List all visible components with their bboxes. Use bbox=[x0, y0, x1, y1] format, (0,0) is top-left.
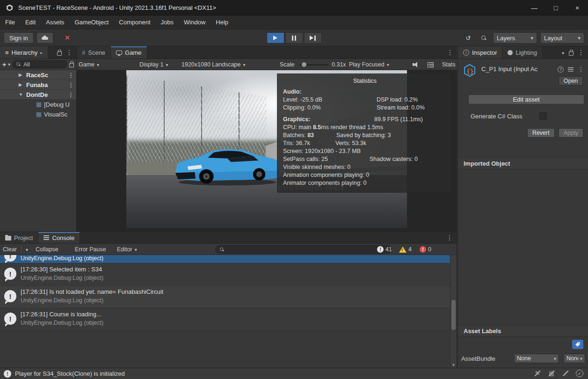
minimize-button[interactable]: — bbox=[523, 0, 545, 15]
layers-label: Layers bbox=[497, 35, 515, 42]
kebab-icon[interactable]: ⋮ bbox=[578, 66, 584, 73]
scrollbar-thumb[interactable] bbox=[451, 300, 456, 330]
edit-asset-button[interactable]: Edit asset bbox=[468, 95, 584, 104]
tab-console[interactable]: Console bbox=[38, 232, 80, 243]
collapse-arrow-icon[interactable]: ▶ bbox=[19, 82, 22, 87]
lock-icon[interactable] bbox=[569, 51, 573, 56]
display-dropdown[interactable]: Display 1▾ bbox=[139, 59, 168, 70]
menu-gameobject[interactable]: GameObject bbox=[69, 15, 114, 29]
resolution-dropdown[interactable]: 1920x1080 Landscape▾ bbox=[181, 59, 246, 70]
render-target-dropdown[interactable]: Game▾ bbox=[79, 59, 99, 70]
sign-in-button[interactable]: Sign in bbox=[4, 32, 34, 44]
clear-button[interactable]: Clear▾ bbox=[3, 244, 28, 255]
kebab-icon[interactable]: ⋮ bbox=[68, 91, 74, 98]
undo-history-button[interactable]: ↺ bbox=[462, 32, 474, 44]
menu-edit[interactable]: Edit bbox=[20, 15, 41, 29]
help-icon[interactable]: ? bbox=[558, 66, 564, 73]
menu-file[interactable]: File bbox=[0, 15, 20, 29]
assetbundle-dropdown[interactable]: None▾ bbox=[514, 354, 559, 363]
hierarchy-scene-row[interactable]: ▶ RaceSc ⋮ bbox=[0, 70, 76, 80]
menu-help[interactable]: Help bbox=[211, 15, 233, 29]
kebab-icon[interactable]: ⋮ bbox=[68, 81, 74, 88]
stats-cpu: CPU: main bbox=[283, 124, 313, 131]
play-button[interactable] bbox=[267, 32, 284, 44]
hierarchy-scene-row[interactable]: ▶ Funaba ⋮ bbox=[0, 80, 76, 90]
tab-scene[interactable]: # Scene bbox=[77, 46, 111, 58]
mute-audio-button[interactable] bbox=[413, 59, 419, 70]
slider-knob[interactable] bbox=[302, 62, 306, 67]
lock-icon[interactable] bbox=[57, 51, 62, 56]
assetbundle-variant-dropdown[interactable]: None▾ bbox=[564, 354, 585, 363]
pause-button[interactable] bbox=[285, 32, 303, 44]
revert-button[interactable]: Revert bbox=[527, 128, 555, 138]
scroll-down-arrow[interactable]: ▾ bbox=[450, 362, 457, 367]
log-entry[interactable]: ! [17:26:31] Is not loaded yet. name= Fu… bbox=[0, 286, 457, 308]
hierarchy-search-input[interactable] bbox=[23, 61, 64, 68]
tab-scroll-right-icon[interactable]: ▸ bbox=[562, 50, 565, 55]
console-search-input[interactable] bbox=[227, 246, 388, 253]
play-focused-dropdown[interactable]: Play Focused▾ bbox=[349, 59, 389, 70]
log-entry-selected[interactable]: ! UnityEngine.Debug:Log (object) bbox=[0, 255, 457, 263]
hierarchy-scene-row[interactable]: ▼ DontDe ⋮ bbox=[0, 90, 76, 100]
error-pause-toggle[interactable]: Error Pause bbox=[75, 244, 106, 255]
chevron-down-icon: ▾ bbox=[97, 62, 99, 67]
scale-slider[interactable] bbox=[299, 59, 328, 70]
kebab-icon[interactable]: ⋮ bbox=[66, 49, 73, 56]
warning-count-toggle[interactable]: 4 bbox=[395, 244, 415, 255]
cloud-services-button[interactable] bbox=[36, 32, 53, 44]
log-entry[interactable]: ! [17:26:31] Course is loading... UnityE… bbox=[0, 308, 457, 331]
info-count-toggle[interactable]: !41 bbox=[373, 244, 396, 255]
kebab-icon[interactable]: ⋮ bbox=[68, 72, 74, 79]
filter-icon[interactable] bbox=[69, 63, 74, 67]
kebab-icon[interactable]: ⋮ bbox=[447, 49, 453, 56]
hierarchy-tab-label: Hierarchy bbox=[12, 49, 38, 56]
kebab-icon[interactable]: ⋮ bbox=[578, 49, 584, 56]
vsync-grid-button[interactable] bbox=[428, 59, 434, 70]
close-button[interactable]: × bbox=[566, 0, 588, 15]
step-button[interactable] bbox=[304, 32, 322, 44]
add-label-button[interactable] bbox=[572, 340, 583, 349]
generate-class-checkbox[interactable] bbox=[539, 112, 547, 120]
add-gameobject-button[interactable]: + bbox=[2, 61, 6, 68]
circle-disabled-icon[interactable]: ◌ bbox=[562, 370, 569, 377]
layers-dropdown[interactable]: Layers▾ bbox=[493, 32, 537, 44]
kebab-icon[interactable]: ⋮ bbox=[446, 234, 453, 241]
editor-dropdown[interactable]: Editor▾ bbox=[117, 244, 137, 255]
presets-icon[interactable] bbox=[568, 67, 573, 72]
console-scrollbar[interactable]: ▾ bbox=[450, 255, 457, 368]
menu-window[interactable]: Window bbox=[179, 15, 211, 29]
chevron-down-icon[interactable]: ▾ bbox=[26, 247, 28, 252]
console-log-list: ! UnityEngine.Debug:Log (object) ! [17:2… bbox=[0, 255, 457, 368]
status-message[interactable]: Player for S34_Stock(Clone) is initializ… bbox=[15, 370, 125, 377]
tab-hierarchy[interactable]: ≡ Hierarchy ▸ bbox=[0, 46, 48, 58]
log-entry[interactable]: ! [17:26:30] Selected item : S34 UnityEn… bbox=[0, 263, 457, 286]
stats-button[interactable]: Stats bbox=[442, 59, 457, 70]
open-button[interactable]: Open bbox=[559, 76, 583, 86]
scene-tab-label: Scene bbox=[88, 49, 105, 56]
menu-jobs[interactable]: Jobs bbox=[156, 15, 179, 29]
hierarchy-item-row[interactable]: VisualSc bbox=[0, 109, 76, 119]
tab-project[interactable]: Project bbox=[0, 232, 38, 243]
layout-dropdown[interactable]: Layout▾ bbox=[540, 32, 584, 44]
collapse-toggle[interactable]: Collapse bbox=[36, 244, 58, 255]
layers-disabled-icon[interactable]: ▤ bbox=[548, 370, 555, 377]
tab-game[interactable]: Game bbox=[111, 46, 147, 58]
apply-button[interactable]: Apply bbox=[559, 128, 583, 138]
chevron-right-icon: ▸ bbox=[40, 50, 43, 55]
collab-error-icon[interactable]: × bbox=[62, 32, 73, 44]
collapse-arrow-icon[interactable]: ▼ bbox=[19, 92, 23, 97]
maximize-button[interactable]: □ bbox=[545, 0, 566, 15]
collapse-arrow-icon[interactable]: ▶ bbox=[19, 73, 22, 77]
search-everything-button[interactable] bbox=[478, 32, 490, 44]
chevron-down-icon[interactable]: ▾ bbox=[8, 62, 10, 67]
paintbrush-disabled-icon[interactable]: ✎ bbox=[534, 370, 541, 377]
console-search-box[interactable] bbox=[215, 245, 392, 254]
tab-inspector[interactable]: i Inspector bbox=[458, 46, 502, 58]
menu-assets[interactable]: Assets bbox=[41, 15, 69, 29]
tab-lighting[interactable]: Lighting bbox=[502, 46, 543, 58]
menu-component[interactable]: Component bbox=[114, 15, 155, 29]
hierarchy-item-row[interactable]: [Debug U bbox=[0, 100, 76, 109]
hierarchy-search-box[interactable] bbox=[12, 60, 67, 68]
progress-idle-check-icon[interactable]: ✓ bbox=[576, 370, 583, 377]
error-count-toggle[interactable]: !0 bbox=[415, 244, 435, 255]
